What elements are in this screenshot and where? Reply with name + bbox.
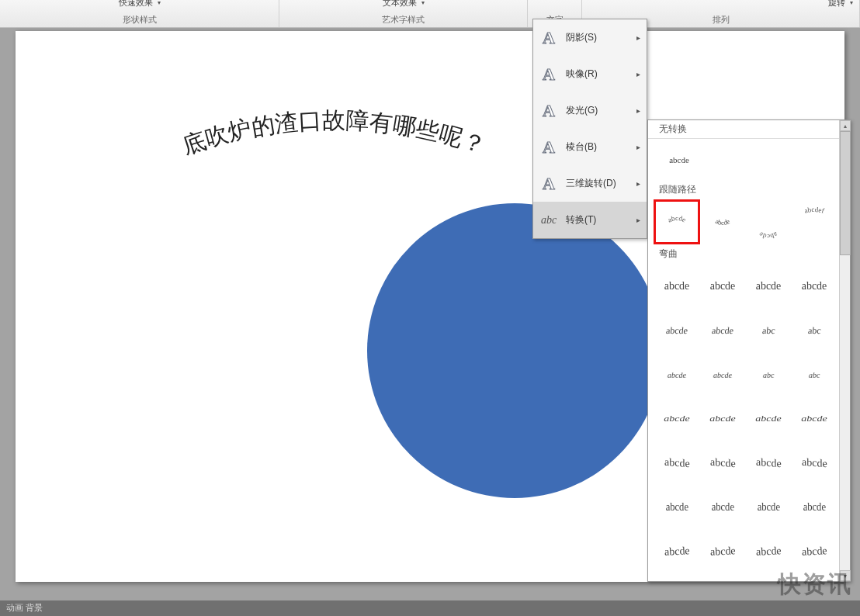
transform-warp-item[interactable]: abcde [747, 266, 789, 306]
svg-text:底吹炉的渣口故障有哪些呢？: 底吹炉的渣口故障有哪些呢？ [179, 109, 488, 158]
effect-item-glow[interactable]: A发光(G)▸ [533, 92, 647, 129]
group-label: 排列 [713, 8, 730, 26]
transform-warp-item[interactable]: abcde [702, 310, 744, 351]
section-warp-label: 弯曲 [648, 245, 850, 263]
transform-follow-arch-down[interactable]: abcde [702, 202, 744, 242]
transform-warp-item[interactable]: abcde [747, 399, 789, 439]
svg-text:abcde: abcde [714, 217, 731, 227]
transform-warp-item[interactable]: abcde [793, 487, 835, 528]
ribbon-group-wordart-style: 文本效果 ▾ 艺术字样式 [279, 0, 528, 27]
transform-warp-item[interactable]: abcde [702, 266, 744, 306]
ribbon-group-shape-style: 快速效果 ▾ 形状样式 [0, 0, 279, 27]
chevron-right-icon: ▸ [636, 33, 640, 42]
transform-warp-item[interactable]: abcde [793, 266, 835, 306]
transform-follow-arch-up[interactable]: abcde [656, 202, 698, 242]
transform-warp-item[interactable]: abcde [656, 399, 698, 439]
glow-icon: A [539, 101, 558, 121]
effect-item-label: 阴影(S) [566, 31, 629, 44]
transform-warp-item[interactable]: abcde [747, 487, 789, 528]
transform-warp-item[interactable]: abcde [702, 399, 744, 439]
chevron-down-icon[interactable]: ▾ [421, 0, 425, 6]
effect-item-3drotate[interactable]: A三维旋转(D)▸ [533, 165, 647, 202]
transform-warp-item[interactable]: abcde [747, 531, 789, 572]
scroll-down-button[interactable]: ▾ [840, 570, 851, 581]
transform-warp-item[interactable]: abcde [656, 310, 698, 351]
transform-warp-item[interactable]: abc [793, 310, 835, 351]
transform-icon: abc [539, 214, 558, 227]
transform-warp-item[interactable]: abcde [656, 266, 698, 306]
transform-warp-item[interactable]: abcde [702, 355, 744, 395]
effect-item-label: 映像(R) [566, 67, 629, 81]
chevron-right-icon: ▸ [636, 216, 640, 224]
chevron-right-icon: ▸ [636, 179, 640, 188]
effect-item-transform[interactable]: abc转换(T)▸ [533, 202, 647, 238]
scroll-up-button[interactable]: ▴ [840, 120, 851, 131]
bevel-icon: A [539, 137, 558, 157]
transform-warp-item[interactable]: abcde [702, 443, 744, 483]
transform-follow-button[interactable]: abcdef [793, 202, 835, 242]
status-bar: 动画 背景 [0, 600, 860, 616]
transform-warp-item[interactable]: abc [747, 355, 789, 395]
chevron-right-icon: ▸ [636, 106, 640, 115]
chevron-down-icon[interactable]: ▾ [850, 0, 853, 6]
transform-warp-item[interactable]: abcde [656, 355, 698, 395]
transform-warp-item[interactable]: abcde [702, 487, 744, 528]
shadow-icon: A [539, 28, 558, 48]
effect-item-reflect[interactable]: A映像(R)▸ [533, 56, 647, 92]
section-follow-label: 跟随路径 [648, 181, 850, 199]
chevron-right-icon: ▸ [636, 143, 640, 151]
rotate-button[interactable]: 旋转 [828, 0, 845, 9]
effect-item-shadow[interactable]: A阴影(S)▸ [533, 19, 647, 56]
transform-warp-item[interactable]: abcde [656, 443, 698, 483]
text-effects-menu: A阴影(S)▸A映像(R)▸A发光(G)▸A棱台(B)▸A三维旋转(D)▸abc… [532, 19, 647, 239]
scroll-thumb[interactable] [840, 131, 851, 255]
effect-item-label: 棱台(B) [566, 140, 629, 154]
effect-item-label: 发光(G) [566, 104, 629, 117]
3drotate-icon: A [539, 174, 558, 194]
wordart-text[interactable]: 底吹炉的渣口故障有哪些呢？ [171, 109, 497, 155]
transform-warp-item[interactable]: abcde [793, 531, 835, 572]
ribbon: 快速效果 ▾ 形状样式 文本效果 ▾ 艺术字样式 文字 旋转 ▾ 排列 [0, 0, 860, 28]
section-none-label: 无转换 [648, 120, 850, 139]
chevron-down-icon[interactable]: ▾ [158, 0, 161, 6]
transform-warp-item[interactable]: abcde [656, 487, 698, 528]
svg-text:abcdef: abcdef [803, 206, 825, 215]
transform-warp-item[interactable]: abcde [793, 443, 835, 483]
chevron-right-icon: ▸ [636, 70, 640, 78]
effect-item-label: 三维旋转(D) [566, 177, 629, 190]
transform-follow-circle[interactable]: abcde [747, 202, 789, 242]
transform-warp-item[interactable]: abcde [656, 531, 698, 572]
transform-gallery: 无转换 abcde 跟随路径 abcdeabcdeabcdeabcdef 弯曲 … [647, 119, 851, 582]
circle-shape[interactable] [367, 203, 662, 498]
effect-item-label: 转换(T) [566, 213, 629, 227]
svg-text:abcde: abcde [758, 230, 779, 239]
group-label: 形状样式 [123, 8, 157, 26]
transform-warp-item[interactable]: abcde [702, 531, 744, 572]
panel-scrollbar[interactable]: ▴ ▾ [839, 120, 850, 581]
effect-item-bevel[interactable]: A棱台(B)▸ [533, 129, 647, 165]
transform-warp-item[interactable]: abcde [793, 399, 835, 439]
group-label: 艺术字样式 [382, 8, 425, 26]
transform-none-item[interactable]: abcde [659, 144, 699, 176]
transform-warp-item[interactable]: abc [793, 355, 835, 395]
transform-warp-item[interactable]: abc [747, 310, 789, 351]
quick-effects-button[interactable]: 快速效果 [119, 0, 153, 9]
svg-text:abcde: abcde [667, 214, 688, 223]
text-effects-button[interactable]: 文本效果 [383, 0, 417, 9]
transform-warp-item[interactable]: abcde [747, 443, 789, 483]
reflect-icon: A [539, 64, 558, 85]
